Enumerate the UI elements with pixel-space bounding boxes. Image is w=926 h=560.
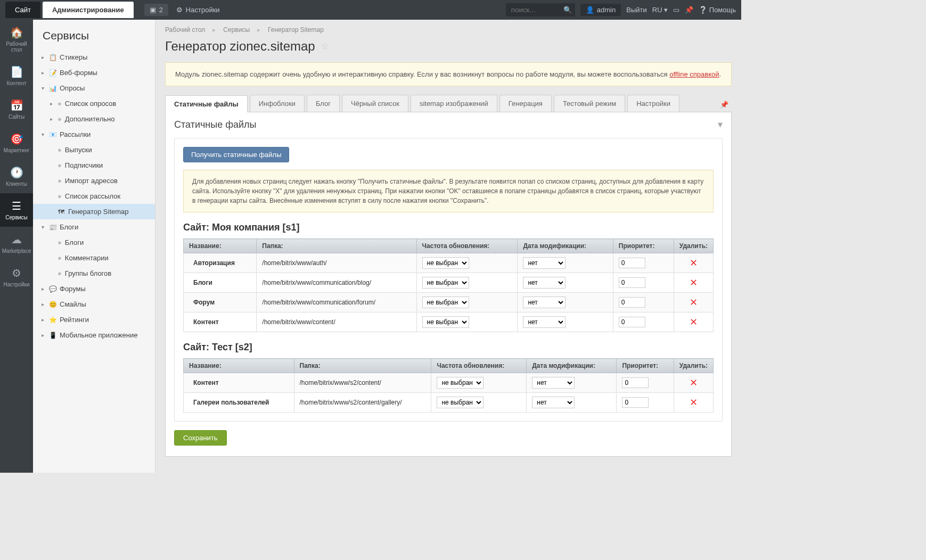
cell-del: ✕ <box>674 273 713 293</box>
lang-selector[interactable]: RU ▾ <box>652 6 668 14</box>
prio-input[interactable] <box>619 258 645 268</box>
freq-select[interactable]: не выбрано <box>422 297 469 308</box>
mod-select[interactable]: нет <box>532 377 575 389</box>
cell-del: ✕ <box>674 293 713 312</box>
rail-settings[interactable]: ⚙Настройки <box>0 260 33 294</box>
expand-icon[interactable]: ▭ <box>673 6 679 14</box>
cell-mod: нет <box>518 273 613 293</box>
crumb-desktop[interactable]: Рабочий стол <box>165 26 205 34</box>
rail-content[interactable]: 📄Контент <box>0 59 33 93</box>
settings-link[interactable]: ⚙ Настройки <box>176 6 220 14</box>
prio-input[interactable] <box>619 317 645 327</box>
th-del: Удалить: <box>674 239 713 253</box>
search-icon: 🔍 <box>563 6 572 14</box>
tree-stickers[interactable]: ▸📋Стикеры <box>33 50 155 65</box>
prio-input[interactable] <box>622 377 649 388</box>
offline-help-link[interactable]: offline справкой <box>669 70 719 78</box>
tree-blogs[interactable]: ▾📰Блоги <box>33 219 155 235</box>
mod-select[interactable]: нет <box>523 316 566 328</box>
tree-mobile[interactable]: ▸📱Мобильное приложение <box>33 327 155 343</box>
pin-icon[interactable]: 📌 <box>685 6 693 14</box>
th-name: Название: <box>184 239 257 253</box>
collapse-icon[interactable]: ▾ <box>718 119 723 130</box>
cell-freq: не выбрано <box>431 393 527 413</box>
tab-admin[interactable]: Администрирование <box>43 2 134 18</box>
mod-select[interactable]: нет <box>523 257 566 269</box>
freq-select[interactable]: не выбрано <box>437 377 484 389</box>
delete-icon[interactable]: ✕ <box>690 258 698 268</box>
tree-blogs-groups[interactable]: ●Группы блогов <box>33 266 155 281</box>
cell-freq: не выбрано <box>416 253 518 273</box>
tree-mail-list[interactable]: ●Список рассылок <box>33 188 155 204</box>
rail-desktop[interactable]: 🏠Рабочий стол <box>0 20 33 59</box>
notification-badge[interactable]: ▣ 2 <box>144 4 168 16</box>
freq-select[interactable]: не выбрано <box>422 316 469 328</box>
pin-tabs-icon[interactable]: 📌 <box>717 97 732 112</box>
tab-blog[interactable]: Блог <box>307 95 340 112</box>
mod-select[interactable]: нет <box>532 397 575 408</box>
tree-blogs-blogs[interactable]: ●Блоги <box>33 235 155 250</box>
tree-blogs-comments[interactable]: ●Комментарии <box>33 250 155 266</box>
delete-icon[interactable]: ✕ <box>690 397 698 408</box>
tree-polls[interactable]: ▾📊Опросы <box>33 80 155 96</box>
help-link[interactable]: ❔ Помощь <box>699 6 736 14</box>
favorite-star-icon[interactable]: ☆ <box>321 40 329 52</box>
prio-input[interactable] <box>619 277 645 288</box>
delete-icon[interactable]: ✕ <box>690 377 698 388</box>
table-row: Галереи пользователей/home/bitrix/www/s2… <box>184 393 714 413</box>
tree-mail-issues[interactable]: ●Выпуски <box>33 142 155 158</box>
mod-select[interactable]: нет <box>523 277 566 289</box>
tab-settings[interactable]: Настройки <box>627 95 679 112</box>
tree-mail[interactable]: ▾📧Рассылки <box>33 127 155 142</box>
tree-smiles[interactable]: ▸😊Смайлы <box>33 297 155 312</box>
freq-select[interactable]: не выбрано <box>422 257 469 269</box>
tree-mail-import[interactable]: ●Импорт адресов <box>33 173 155 188</box>
user-menu[interactable]: 👤 admin <box>580 4 621 16</box>
cell-prio <box>613 293 674 312</box>
mod-select[interactable]: нет <box>523 297 566 308</box>
tree-poll-more[interactable]: ▸●Дополнительно <box>33 111 155 127</box>
save-button[interactable]: Сохранить <box>174 430 227 446</box>
crumb-services[interactable]: Сервисы <box>223 26 250 34</box>
get-static-files-button[interactable]: Получить статичные файлы <box>183 147 289 162</box>
delete-icon[interactable]: ✕ <box>690 317 698 327</box>
tab-blacklist[interactable]: Чёрный список <box>342 95 408 112</box>
cell-name: Форум <box>184 293 257 312</box>
cell-freq: не выбрано <box>431 373 527 393</box>
freq-select[interactable]: не выбрано <box>422 277 469 289</box>
delete-icon[interactable]: ✕ <box>690 277 698 288</box>
top-bar: Сайт Администрирование ▣ 2 ⚙ Настройки 🔍… <box>0 0 741 20</box>
tree-poll-list[interactable]: ▸●Список опросов <box>33 96 155 111</box>
tree-webforms[interactable]: ▸📝Веб-формы <box>33 65 155 80</box>
tabs-row: Статичные файлы Инфоблоки Блог Чёрный сп… <box>165 95 732 112</box>
rail-marketing[interactable]: 🎯Маркетинг <box>0 126 33 160</box>
tree-mail-subs[interactable]: ●Подписчики <box>33 158 155 173</box>
mobile-icon: 📱 <box>49 332 56 339</box>
prio-input[interactable] <box>622 397 649 408</box>
delete-icon[interactable]: ✕ <box>690 297 698 308</box>
tree-ratings[interactable]: ▸⭐Рейтинги <box>33 312 155 327</box>
rail-services[interactable]: ☰Сервисы <box>0 193 33 227</box>
tab-test-mode[interactable]: Тестовый режим <box>554 95 625 112</box>
info-box: Для добавления новых страниц следует наж… <box>183 170 714 212</box>
tree-forums[interactable]: ▸💬Форумы <box>33 281 155 297</box>
table-row: Контент/home/bitrix/www/content/не выбра… <box>184 312 714 332</box>
tab-generation[interactable]: Генерация <box>499 95 552 112</box>
freq-select[interactable]: не выбрано <box>437 397 484 408</box>
rail-sites[interactable]: 📅Сайты <box>0 93 33 126</box>
tab-infoblocks[interactable]: Инфоблоки <box>250 95 305 112</box>
rail-clients[interactable]: 🕐Клиенты <box>0 160 33 193</box>
rail-marketplace[interactable]: ☁Marketplace <box>0 227 33 260</box>
cell-freq: не выбрано <box>416 273 518 293</box>
prio-input[interactable] <box>619 297 645 308</box>
tab-sitemap-images[interactable]: sitemap изображений <box>411 95 497 112</box>
forum-icon: 💬 <box>49 285 56 293</box>
crumb-sitemap[interactable]: Генератор Sitemap <box>268 26 324 34</box>
panel-title: Статичные файлы <box>174 119 257 130</box>
tab-static-files[interactable]: Статичные файлы <box>165 95 248 112</box>
cell-folder: /home/bitrix/www/s2/content/ <box>294 373 431 393</box>
logout-link[interactable]: Выйти <box>626 6 647 14</box>
tree-sitemap-gen[interactable]: 🗺Генератор Sitemap <box>33 204 155 219</box>
smile-icon: 😊 <box>49 301 56 308</box>
tab-site[interactable]: Сайт <box>5 2 40 18</box>
